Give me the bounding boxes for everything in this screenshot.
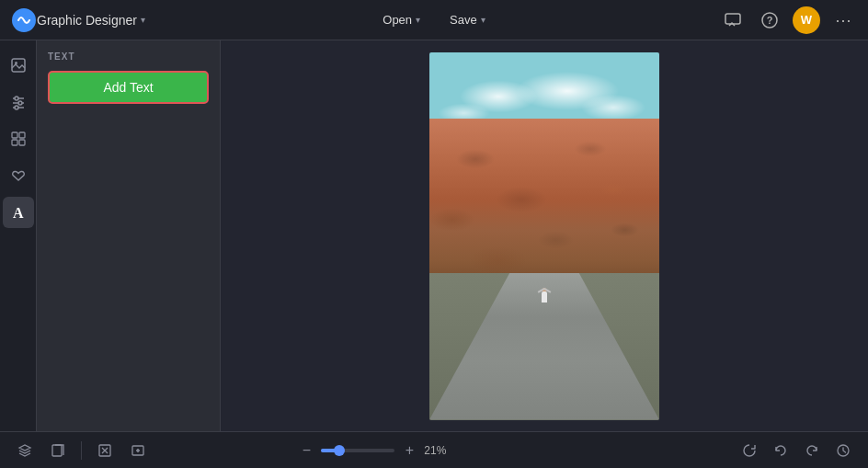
text-tool-button[interactable]: A (3, 197, 34, 228)
history-button[interactable] (829, 438, 857, 463)
save-button[interactable]: Save ▾ (439, 8, 497, 31)
app-logo[interactable] (11, 7, 37, 33)
layers-button[interactable] (11, 438, 39, 463)
svg-rect-13 (19, 132, 25, 138)
header-center-actions: Open ▾ Save ▾ (371, 8, 496, 31)
avatar-initial: W (801, 13, 812, 27)
person-body (542, 291, 547, 302)
sliders-tool-button[interactable] (3, 86, 34, 118)
header-right-actions: ? W ⋯ (719, 6, 857, 34)
bottom-right-buttons (736, 438, 857, 463)
svg-point-5 (15, 62, 17, 64)
icon-bar: A (0, 40, 37, 431)
undo-button[interactable] (767, 438, 794, 463)
open-chevron-icon: ▾ (416, 15, 420, 25)
app-name-label: Graphic Designer (37, 13, 137, 28)
comment-button[interactable] (719, 6, 747, 34)
open-label: Open (383, 13, 412, 27)
redo-button[interactable] (798, 438, 826, 463)
app-name-chevron-icon: ▾ (141, 15, 145, 25)
canvas-image (429, 52, 659, 420)
svg-rect-15 (19, 140, 25, 145)
pages-button[interactable] (44, 438, 72, 463)
user-avatar[interactable]: W (793, 6, 820, 34)
help-button[interactable]: ? (756, 6, 783, 34)
open-button[interactable]: Open ▾ (371, 8, 431, 31)
svg-rect-14 (12, 140, 17, 145)
frame-button[interactable] (91, 438, 119, 463)
svg-point-11 (15, 106, 18, 109)
panel-section-text-label: TEXT (48, 51, 209, 62)
zoom-slider-track[interactable] (321, 449, 394, 452)
add-text-button[interactable]: Add Text (48, 71, 209, 104)
svg-rect-1 (725, 14, 740, 24)
main-area: A TEXT Add Text (0, 40, 868, 431)
bottom-bar: − + 21% (0, 431, 868, 468)
svg-point-7 (15, 97, 18, 100)
svg-text:A: A (13, 205, 24, 221)
loop-button[interactable] (736, 438, 763, 463)
divider-1 (81, 441, 82, 460)
header: Graphic Designer ▾ Open ▾ Save ▾ ? W (0, 0, 868, 40)
grid-tool-button[interactable] (3, 123, 34, 154)
svg-rect-17 (52, 445, 62, 456)
favorites-tool-button[interactable] (3, 160, 34, 191)
svg-rect-12 (12, 132, 17, 138)
canvas-area[interactable] (221, 40, 868, 431)
svg-point-9 (18, 101, 22, 105)
image-tool-button[interactable] (3, 50, 34, 81)
person-figure (539, 282, 550, 302)
left-panel: TEXT Add Text (37, 40, 221, 431)
zoom-out-button[interactable]: − (295, 439, 317, 462)
zoom-in-button[interactable]: + (398, 439, 420, 462)
zoom-slider-thumb[interactable] (334, 445, 345, 456)
app-name-dropdown[interactable]: Graphic Designer ▾ (37, 13, 145, 28)
save-label: Save (450, 13, 477, 27)
image-insert-button[interactable] (124, 438, 152, 463)
svg-text:?: ? (767, 15, 773, 26)
save-chevron-icon: ▾ (481, 15, 485, 25)
more-options-button[interactable]: ⋯ (829, 6, 857, 34)
zoom-value-label: 21% (424, 444, 453, 457)
zoom-control: − + 21% (295, 439, 453, 462)
